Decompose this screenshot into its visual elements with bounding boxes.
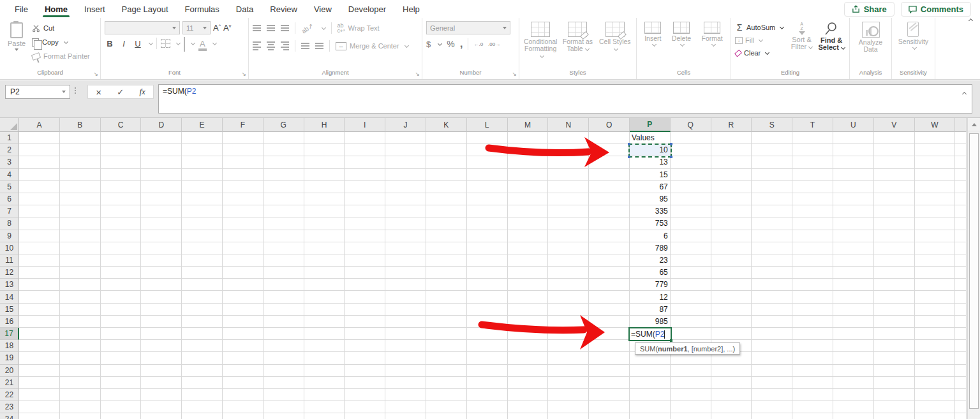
grid-cell-A7[interactable]: [19, 205, 60, 217]
row-header-17[interactable]: 17: [0, 328, 19, 340]
grid-cell-B20[interactable]: [60, 365, 101, 377]
grid-cell-W15[interactable]: [915, 304, 956, 316]
grid-cell-A14[interactable]: [19, 291, 60, 303]
grid-cell-G18[interactable]: [264, 340, 304, 352]
grid-cell-N14[interactable]: [548, 291, 589, 303]
grid-cell-M6[interactable]: [508, 193, 549, 205]
grid-cell-F23[interactable]: [223, 401, 264, 413]
orientation-button[interactable]: ab↗: [301, 22, 315, 34]
grid-cell-S9[interactable]: [752, 230, 792, 242]
vertical-scrollbar[interactable]: [967, 118, 980, 419]
grid-cell-B6[interactable]: [60, 193, 101, 205]
grid-cell-Q14[interactable]: [671, 291, 711, 303]
column-header-B[interactable]: B: [60, 118, 101, 132]
grid-cell-B5[interactable]: [60, 181, 101, 193]
grid-cell-G7[interactable]: [264, 205, 304, 217]
row-header-16[interactable]: 16: [0, 316, 19, 328]
fill-color-dropdown-icon[interactable]: [191, 40, 195, 45]
format-as-table-button[interactable]: Format as Table: [560, 21, 595, 68]
row-header-15[interactable]: 15: [0, 304, 19, 316]
grid-cell-U11[interactable]: [833, 254, 874, 267]
grid-cell-U23[interactable]: [833, 401, 874, 413]
grid-cell-E15[interactable]: [182, 304, 223, 316]
grid-cell-partial[interactable]: [955, 365, 967, 377]
grid-cell-Q23[interactable]: [671, 401, 711, 413]
grid-cell-P10[interactable]: 789: [630, 242, 671, 254]
font-size-combo[interactable]: 11: [182, 21, 211, 34]
grid-cell-T13[interactable]: [792, 279, 833, 291]
column-header-I[interactable]: I: [345, 118, 385, 132]
grid-cell-I4[interactable]: [345, 169, 385, 181]
grid-cell-M20[interactable]: [508, 365, 549, 377]
grid-cell-N6[interactable]: [548, 193, 589, 205]
grid-cell-M15[interactable]: [508, 304, 549, 316]
font-color-button[interactable]: A: [198, 39, 207, 48]
grid-cell-R8[interactable]: [711, 217, 752, 230]
grid-cell-O10[interactable]: [589, 242, 630, 254]
grid-cell-J9[interactable]: [385, 230, 426, 242]
scrollbar-thumb[interactable]: [969, 133, 979, 409]
column-header-U[interactable]: U: [833, 118, 874, 132]
grid-cell-J3[interactable]: [385, 156, 426, 168]
grid-cell-N3[interactable]: [548, 156, 589, 168]
row-header-6[interactable]: 6: [0, 193, 19, 205]
grid-cell-O4[interactable]: [589, 169, 630, 181]
tab-file[interactable]: File: [6, 0, 36, 18]
grid-cell-D20[interactable]: [141, 365, 182, 377]
grid-cell-partial[interactable]: [955, 377, 967, 389]
grid-cell-P6[interactable]: 95: [630, 193, 671, 205]
grid-cell-L13[interactable]: [467, 279, 508, 291]
grid-cell-L19[interactable]: [467, 352, 508, 364]
grid-cell-K20[interactable]: [426, 365, 467, 377]
grid-cell-S1[interactable]: [752, 132, 792, 144]
grid-cell-F6[interactable]: [223, 193, 264, 205]
grid-cell-partial[interactable]: [955, 217, 967, 230]
grid-cell-L21[interactable]: [467, 377, 508, 389]
grid-cell-I6[interactable]: [345, 193, 385, 205]
grid-cell-P15[interactable]: 87: [630, 304, 671, 316]
grid-cell-P12[interactable]: 65: [630, 267, 671, 279]
grid-cell-J15[interactable]: [385, 304, 426, 316]
grid-cell-Q6[interactable]: [671, 193, 711, 205]
grid-cell-V12[interactable]: [874, 267, 915, 279]
grid-cell-S4[interactable]: [752, 169, 792, 181]
grid-cell-E23[interactable]: [182, 401, 223, 413]
grid-cell-partial[interactable]: [955, 132, 967, 144]
grid-cell-E16[interactable]: [182, 316, 223, 328]
grid-cell-P20[interactable]: [630, 365, 671, 377]
grid-cell-T9[interactable]: [792, 230, 833, 242]
grid-cell-D19[interactable]: [141, 352, 182, 364]
grid-cell-C10[interactable]: [101, 242, 142, 254]
grid-cell-N17[interactable]: [548, 328, 589, 340]
grid-cell-T8[interactable]: [792, 217, 833, 230]
delete-cells-button[interactable]: Delete: [672, 21, 691, 68]
grid-cell-S23[interactable]: [752, 401, 792, 413]
grid-cell-M4[interactable]: [508, 169, 549, 181]
align-top-button[interactable]: [253, 25, 261, 31]
grid-cell-K7[interactable]: [426, 205, 467, 217]
grid-cell-R17[interactable]: [711, 328, 752, 340]
grid-cell-S18[interactable]: [752, 340, 792, 352]
grid-cell-O23[interactable]: [589, 401, 630, 413]
grid-cell-B11[interactable]: [60, 254, 101, 267]
grid-cell-S22[interactable]: [752, 389, 792, 401]
grid-cell-R23[interactable]: [711, 401, 752, 413]
grid-cell-V11[interactable]: [874, 254, 915, 267]
font-color-dropdown-icon[interactable]: [212, 40, 217, 45]
grid-cell-U3[interactable]: [833, 156, 874, 168]
grid-cell-I2[interactable]: [345, 144, 385, 156]
grid-cell-S2[interactable]: [752, 144, 792, 156]
grid-cell-Q15[interactable]: [671, 304, 711, 316]
grid-cell-K4[interactable]: [426, 169, 467, 181]
insert-function-button[interactable]: fx: [139, 87, 145, 97]
grid-cell-E1[interactable]: [182, 132, 223, 144]
row-header-5[interactable]: 5: [0, 181, 19, 193]
grid-cell-K5[interactable]: [426, 181, 467, 193]
grid-cell-C24[interactable]: [101, 413, 142, 419]
grid-cell-B23[interactable]: [60, 401, 101, 413]
grid-cell-K18[interactable]: [426, 340, 467, 352]
grid-cell-M11[interactable]: [508, 254, 549, 267]
grid-cell-N21[interactable]: [548, 377, 589, 389]
column-header-N[interactable]: N: [548, 118, 589, 132]
tab-insert[interactable]: Insert: [76, 0, 114, 18]
